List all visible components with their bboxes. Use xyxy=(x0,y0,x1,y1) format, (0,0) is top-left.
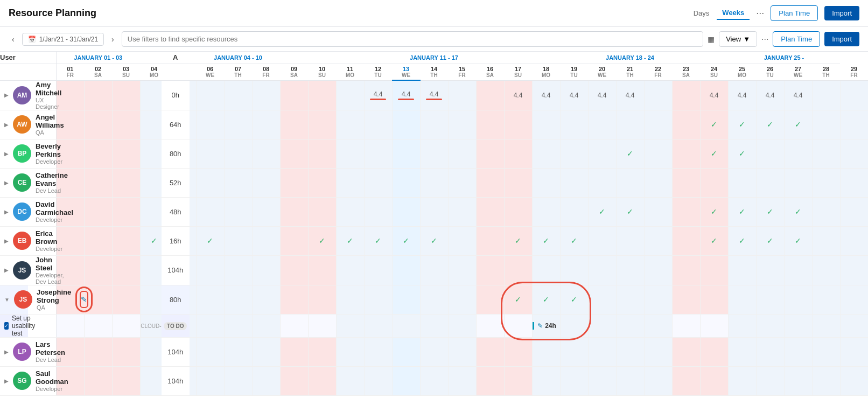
num-val: 4.4 xyxy=(505,92,532,99)
user-day-cell-12 xyxy=(364,197,392,226)
user-day-cell-11 xyxy=(336,168,364,197)
user-day-cell-26: ✓ xyxy=(756,197,784,226)
expand-arrow[interactable]: ▶ xyxy=(4,349,9,355)
day-header-18: 18MO xyxy=(532,64,560,81)
toolbar-more-button[interactable]: ··· xyxy=(761,34,768,44)
prev-arrow[interactable]: ‹ xyxy=(9,33,18,46)
user-row: ▶ DC David Carmichael Developer 48h✓✓✓✓✓… xyxy=(0,197,868,226)
check-icon: ✓ xyxy=(739,149,745,158)
avatar: JS xyxy=(13,261,31,280)
user-day-cell-19: ✓ xyxy=(560,285,588,314)
expand-arrow[interactable]: ▶ xyxy=(4,378,9,384)
plan-time-button[interactable]: Plan Time xyxy=(771,5,818,21)
user-day-cell-16 xyxy=(476,139,504,168)
user-day-cell-17: ✓ xyxy=(504,285,532,314)
user-day-cell-14 xyxy=(420,337,448,366)
user-day-cell-14 xyxy=(420,366,448,395)
alloc-cell: 64h xyxy=(162,110,190,139)
task-day-cell-19 xyxy=(560,314,588,337)
user-day-cell-17 xyxy=(504,337,532,366)
calendar-icon: 📅 xyxy=(28,36,36,43)
task-day-cell-18: ✎24h xyxy=(532,314,560,337)
user-day-cell-21 xyxy=(616,226,644,255)
weeks-toggle[interactable]: Weeks xyxy=(717,6,750,20)
user-day-cell-14 xyxy=(420,110,448,139)
user-day-cell-18: ✓ xyxy=(532,285,560,314)
user-day-cell-12 xyxy=(364,285,392,314)
user-day-cell-19: 4.4 xyxy=(560,80,588,110)
filter-icon-button[interactable]: ▦ xyxy=(708,35,715,44)
user-day-cell-23 xyxy=(672,226,700,255)
user-day-cell-21 xyxy=(616,366,644,395)
task-day-cell-21 xyxy=(616,314,644,337)
user-day-cell-02 xyxy=(84,110,112,139)
expand-arrow[interactable]: ▶ xyxy=(4,92,9,98)
user-day-cell-18 xyxy=(532,168,560,197)
user-day-cell-17 xyxy=(504,197,532,226)
task-checkbox[interactable] xyxy=(4,322,9,330)
expand-arrow[interactable]: ▶ xyxy=(4,267,9,273)
task-day-cell-01 xyxy=(56,314,84,337)
user-day-cell-10 xyxy=(308,337,336,366)
user-role: Developer xyxy=(36,386,68,392)
grid-scroll-area[interactable]: User A JANUARY 01 - 03JANUARY 04 - 10JAN… xyxy=(0,52,868,414)
user-day-cell-16 xyxy=(476,80,504,110)
task-day-cell-12 xyxy=(364,314,392,337)
user-day-cell-23 xyxy=(672,80,700,110)
task-bar[interactable]: ✎24h xyxy=(533,322,560,330)
edit-icon-box[interactable]: ✎ xyxy=(80,291,88,308)
user-cell: ▶ DC David Carmichael Developer xyxy=(0,197,28,226)
check-icon: ✓ xyxy=(627,149,633,158)
user-day-cell-22 xyxy=(644,255,672,285)
user-day-cell-20 xyxy=(588,337,616,366)
expand-arrow[interactable]: ▶ xyxy=(4,238,9,244)
avatar: AW xyxy=(13,115,31,134)
expand-arrow[interactable]: ▶ xyxy=(4,122,9,128)
user-day-cell-13 xyxy=(392,168,420,197)
expand-arrow[interactable]: ▶ xyxy=(4,151,9,157)
import-button[interactable]: Import xyxy=(824,6,859,20)
user-day-cell-18 xyxy=(532,139,560,168)
user-day-cell-26 xyxy=(756,168,784,197)
user-day-cell-16 xyxy=(476,285,504,314)
day-header-08: 08FR xyxy=(252,64,280,81)
user-day-cell-29 xyxy=(840,197,868,226)
user-day-cell-08 xyxy=(252,226,280,255)
num-val: 4.4 xyxy=(785,92,812,99)
task-day-cell-06 xyxy=(196,314,224,337)
task-day-cell-11 xyxy=(336,314,364,337)
user-day-cell-10 xyxy=(308,80,336,110)
user-day-cell-20 xyxy=(588,168,616,197)
expand-arrow[interactable]: ▼ xyxy=(4,297,10,303)
user-day-cell-20 xyxy=(588,285,616,314)
filter-input[interactable] xyxy=(122,31,703,47)
day-header-11: 11MO xyxy=(336,64,364,81)
user-day-cell-26: ✓ xyxy=(756,110,784,139)
user-day-cell-15 xyxy=(448,226,476,255)
user-day-cell-18 xyxy=(532,366,560,395)
view-button[interactable]: View ▼ xyxy=(719,31,757,47)
user-day-cell-23 xyxy=(672,255,700,285)
toolbar-plan-time-button[interactable]: Plan Time xyxy=(773,31,820,47)
expand-arrow[interactable]: ▶ xyxy=(4,180,9,186)
user-day-cell-12 xyxy=(364,168,392,197)
user-day-cell-19 xyxy=(560,197,588,226)
user-name: Beverly Perkins xyxy=(36,142,62,158)
user-day-cell-27 xyxy=(784,366,812,395)
user-day-cell-08 xyxy=(252,110,280,139)
next-arrow[interactable]: › xyxy=(108,33,117,46)
user-day-cell-24 xyxy=(700,255,728,285)
check-icon: ✓ xyxy=(375,236,381,245)
week-group-header: JANUARY 01 - 03 xyxy=(56,52,140,64)
user-day-cell-27 xyxy=(784,285,812,314)
user-day-cell-18: ✓ xyxy=(532,226,560,255)
date-range[interactable]: 📅 1/Jan/21 - 31/Jan/21 xyxy=(22,33,104,46)
expand-arrow[interactable]: ▶ xyxy=(4,209,9,215)
days-toggle[interactable]: Days xyxy=(688,7,715,19)
user-day-cell-03 xyxy=(112,139,140,168)
more-options-button[interactable]: ··· xyxy=(756,8,764,19)
user-day-cell-25: 4.4 xyxy=(728,80,756,110)
user-role: QA xyxy=(37,304,71,311)
num-val: 4.4 xyxy=(757,92,784,99)
toolbar-import-button[interactable]: Import xyxy=(824,32,859,46)
